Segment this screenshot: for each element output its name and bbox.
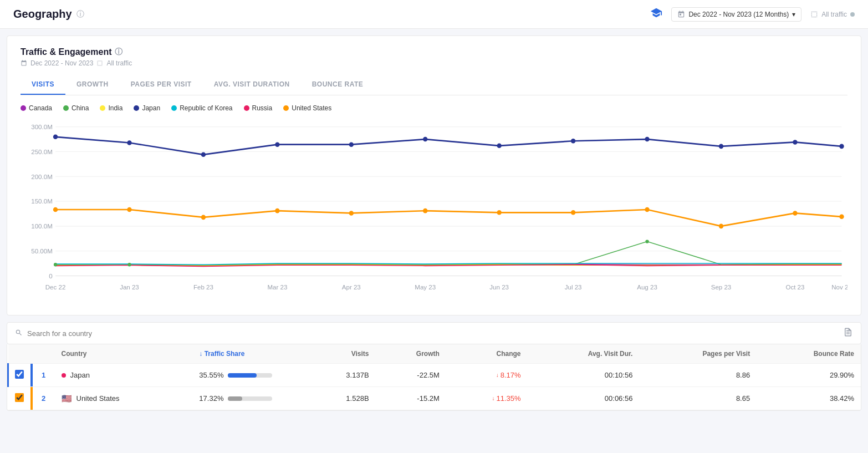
table-row: 1 Japan 35.55% 3.137B -22. [8,364,861,387]
section-title: Traffic & Engagement ⓘ [21,47,847,57]
legend-item-republic-of-korea: Republic of Korea [171,104,232,112]
row2-traffic-bar-fill [228,396,242,401]
tab-avg-visit-duration[interactable]: AVG. VISIT DURATION [203,75,301,95]
row2-checkbox-cell[interactable] [8,387,30,410]
row1-rank: 1 [33,364,55,387]
japan-dot-nov23 [839,144,844,149]
legend-dot-russia [244,105,249,111]
row1-country-name: Japan [70,371,90,379]
row2-rank: 2 [33,387,55,410]
export-icon[interactable] [843,327,853,339]
china-line [55,242,841,266]
th-growth[interactable]: Growth [376,344,446,364]
tab-growth[interactable]: GROWTH [65,75,120,95]
page-title-info-icon[interactable]: ⓘ [76,9,84,19]
svg-text:Aug 23: Aug 23 [637,283,657,291]
us-dot-dec22 [53,207,58,212]
us-dot-may23 [423,208,427,213]
row1-country-dot [62,373,66,378]
date-range-label: Dec 2022 - Nov 2023 (12 Months) [688,11,789,18]
us-dot-feb23 [201,215,206,220]
japan-dot-jun23 [497,144,501,149]
chart-area: 300.0M 250.0M 200.0M 150.0M 100.0M 50.00… [21,121,847,298]
svg-text:50.00M: 50.00M [31,247,52,255]
legend-item-china: China [63,104,89,112]
table-header: Country ↓ Traffic Share Visits Growth Ch… [8,344,861,364]
japan-dot-jan23 [127,140,131,145]
row2-checkbox[interactable] [15,393,24,402]
us-dot-mar23 [275,208,279,213]
tab-visits[interactable]: VISITS [21,75,65,95]
legend-item-japan: Japan [134,104,160,112]
tab-bounce-rate[interactable]: BOUNCE RATE [301,75,375,95]
row2-avg-visit: 00:06:56 [528,387,640,410]
us-dot-oct23 [793,211,797,216]
svg-text:200.0M: 200.0M [31,172,52,180]
legend-dot-japan [134,105,139,111]
row2-change-value: ↓ 11.35% [453,394,521,403]
japan-dot-apr23 [349,142,354,147]
row2-bounce-rate: 38.42% [757,387,861,410]
th-change[interactable]: Change [446,344,528,364]
svg-text:Jan 23: Jan 23 [120,283,139,291]
svg-text:Jun 23: Jun 23 [489,283,509,291]
search-icon [15,329,23,338]
section-title-text: Traffic & Engagement [21,47,111,57]
section-info-icon[interactable]: ⓘ [115,47,122,57]
th-avg-visit[interactable]: Avg. Visit Dur. [528,344,640,364]
legend-item-india: India [100,104,122,112]
svg-text:Apr 23: Apr 23 [342,283,361,291]
japan-dot-mar23 [275,142,279,147]
svg-text:Dec 22: Dec 22 [45,283,66,291]
legend-dot-united-states [283,105,289,111]
legend-label-canada: Canada [29,104,52,112]
traffic-share-label: Traffic Share [205,350,245,358]
svg-text:May 23: May 23 [415,283,436,291]
search-input[interactable] [27,329,839,338]
us-dot-jan23 [127,207,131,212]
svg-text:Oct 23: Oct 23 [785,283,804,291]
row1-traffic-bar-container: 35.55% [199,371,299,379]
svg-text:100.0M: 100.0M [31,222,52,230]
all-traffic-text: All traffic [821,11,847,18]
us-dot-jun23 [497,210,501,215]
legend-label-japan: Japan [142,104,160,112]
us-line [55,210,841,226]
svg-text:250.0M: 250.0M [31,148,52,155]
row1-change-arrow: ↓ [496,372,499,378]
legend-label-china: China [72,104,89,112]
cap-icon [650,7,662,22]
svg-text:300.0M: 300.0M [31,123,52,130]
svg-text:Sep 23: Sep 23 [711,283,732,291]
tab-pages-per-visit[interactable]: PAGES PER VISIT [120,75,203,95]
search-bar-container [7,322,861,344]
us-dot-sep23 [719,224,723,229]
data-table: Country ↓ Traffic Share Visits Growth Ch… [7,344,861,410]
japan-dot-oct23 [793,140,797,145]
row2-country-name: United States [76,394,120,403]
svg-text:Feb 23: Feb 23 [193,283,213,291]
row2-traffic-share-pct: 17.32% [199,394,223,403]
us-dot-apr23 [349,211,354,216]
china-dot-dec22 [54,263,57,266]
row1-bounce-rate: 29.90% [757,364,861,387]
top-bar: Geography ⓘ Dec 2022 - Nov 2023 (12 Mont… [0,0,868,29]
row1-checkbox-cell[interactable] [8,364,30,387]
row2-traffic-bar-container: 17.32% [199,394,299,403]
row1-traffic-share-cell: 35.55% [192,364,305,387]
row2-country-cell: 🇺🇸 United States [55,387,193,410]
date-range-button[interactable]: Dec 2022 - Nov 2023 (12 Months) ▾ [671,7,801,22]
traffic-share-sort-arrow: ↓ [199,350,202,358]
japan-dot-may23 [423,137,427,142]
section-all-traffic: All traffic [106,59,132,67]
row1-checkbox[interactable] [15,370,24,379]
japan-dot-feb23 [201,152,206,157]
th-visits[interactable]: Visits [306,344,376,364]
th-pages-per-visit[interactable]: Pages per Visit [639,344,757,364]
row1-growth: -22.5M [376,364,446,387]
row1-avg-visit: 00:10:56 [528,364,640,387]
th-bounce-rate[interactable]: Bounce Rate [757,344,861,364]
legend-label-russia: Russia [252,104,273,112]
row2-traffic-bar-bg [228,396,272,401]
th-traffic-share[interactable]: ↓ Traffic Share [192,344,305,364]
